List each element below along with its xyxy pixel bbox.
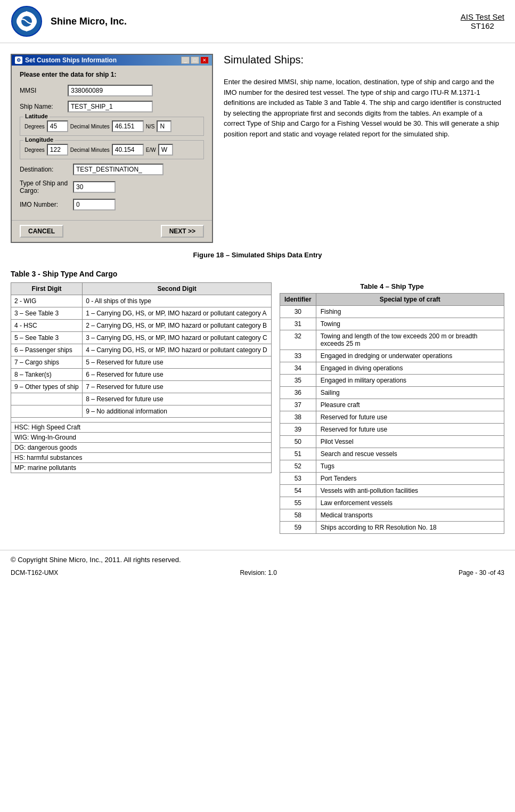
imo-input[interactable] [73, 199, 116, 210]
table-row: 9 – Other types of ship7 – Reserved for … [11, 381, 272, 393]
custom-ships-dialog: ⚙ Set Custom Ships Information _ □ ✕ Ple… [11, 54, 213, 243]
list-item: HS: harmful substances [11, 453, 272, 463]
lon-degrees-input[interactable] [47, 144, 68, 156]
page-header: Shine Micro, Inc. AIS Test Set ST162 [0, 0, 515, 43]
company-logo [11, 5, 43, 37]
t4-col1-header: Identifier [280, 294, 316, 306]
table-row: 2 - WIG0 - All ships of this type [11, 295, 272, 307]
table-row: 38Reserved for future use [280, 411, 504, 424]
table-row: 58Medical transports [280, 509, 504, 522]
next-button[interactable]: NEXT >> [161, 225, 204, 238]
table-row: 55Law enforcement vessels [280, 497, 504, 509]
table-row: 5 – See Table 33 – Carrying DG, HS, or M… [11, 332, 272, 344]
dialog-titlebar: ⚙ Set Custom Ships Information _ □ ✕ [12, 55, 212, 66]
footer-bottom: DCM-T162-UMX Revision: 1.0 Page - 30 -of… [11, 569, 504, 576]
t4-col2-header: Special type of craft [316, 294, 504, 306]
table-row: 32Towing and length of the tow exceeds 2… [280, 330, 504, 350]
lon-ew-input[interactable] [158, 144, 173, 156]
list-item: HSC: High Speed Craft [11, 423, 272, 433]
ship-type-row: Type of Ship and Cargo: [20, 180, 204, 194]
description-heading: Simulated Ships: [224, 54, 504, 66]
lon-decimal-label: Decimal Minutes [70, 147, 110, 153]
imo-label: IMO Number: [20, 201, 73, 208]
table-row: 31Towing [280, 318, 504, 330]
table-row: 8 – Reserved for future use [11, 393, 272, 405]
lat-degrees-input[interactable] [47, 120, 68, 132]
longitude-group: Longitude Degrees Decimal Minutes E/W [20, 140, 204, 159]
lat-decimal-label: Decimal Minutes [70, 124, 110, 129]
table-row: 50Pilot Vessel [280, 436, 504, 448]
latitude-group-label: Latitude [23, 113, 50, 119]
table-row: 8 – Tanker(s)6 – Reserved for future use [11, 369, 272, 381]
company-name: Shine Micro, Inc. [51, 16, 461, 27]
table-row: 35Engaged in military operations [280, 375, 504, 387]
mmsi-row: MMSI [20, 85, 204, 96]
dialog-icon: ⚙ [15, 56, 22, 64]
table3: First Digit Second Digit 2 - WIG0 - All … [11, 282, 272, 473]
t3-col1-header: First Digit [11, 283, 83, 295]
mmsi-label: MMSI [20, 87, 68, 94]
footer-page: Page - 30 -of 43 [459, 569, 504, 576]
lat-decimal-input[interactable] [112, 120, 144, 132]
ship-type-input[interactable] [73, 181, 116, 193]
table-row: 37Pleasure craft [280, 399, 504, 411]
lat-ns-label: N/S [146, 124, 155, 129]
ship-name-input[interactable] [68, 101, 153, 112]
table-row: 3 – See Table 31 – Carrying DG, HS, or M… [11, 307, 272, 320]
list-item: MP: marine pollutants [11, 463, 272, 473]
destination-label: Destination: [20, 166, 73, 173]
titlebar-buttons: _ □ ✕ [181, 56, 209, 64]
table-row: 4 - HSC2 – Carrying DG, HS, or MP, IMO h… [11, 320, 272, 332]
figure-caption: Figure 18 – Simulated Ships Data Entry [0, 251, 515, 259]
destination-row: Destination: [20, 164, 204, 175]
main-content: ⚙ Set Custom Ships Information _ □ ✕ Ple… [0, 43, 515, 243]
longitude-group-label: Longitude [23, 136, 55, 143]
table-row: 36Sailing [280, 387, 504, 399]
list-item: WIG: Wing-In-Ground [11, 433, 272, 443]
minimize-button[interactable]: _ [181, 56, 190, 64]
dialog-title-left: ⚙ Set Custom Ships Information [15, 56, 117, 64]
table-row: 33Engaged in dredging or underwater oper… [280, 350, 504, 362]
ship-name-label: Ship Name: [20, 103, 68, 110]
tables-row: First Digit Second Digit 2 - WIG0 - All … [11, 282, 504, 534]
table-row: 59Ships according to RR Resolution No. 1… [280, 522, 504, 534]
table-row: 30Fishing [280, 306, 504, 318]
destination-input[interactable] [73, 164, 164, 175]
lon-degrees-label: Degrees [24, 147, 45, 153]
list-item: DG: dangerous goods [11, 443, 272, 453]
page-footer: © Copyright Shine Micro, Inc., 2011. All… [0, 550, 515, 582]
table3-wrapper: First Digit Second Digit 2 - WIG0 - All … [11, 282, 272, 473]
lon-ew-label: E/W [146, 147, 156, 153]
dialog-footer: CANCEL NEXT >> [12, 220, 212, 242]
table-row: 6 – Passenger ships4 – Carrying DG, HS, … [11, 344, 272, 356]
t3-col2-header: Second Digit [83, 283, 272, 295]
close-button[interactable]: ✕ [200, 56, 209, 64]
table4-title: Table 4 – Ship Type [280, 282, 504, 290]
latitude-row: Degrees Decimal Minutes N/S [24, 120, 199, 132]
table-row: 54Vessels with anti-pollution facilities [280, 485, 504, 497]
dialog-title: Set Custom Ships Information [25, 56, 117, 64]
dialog-wrapper: ⚙ Set Custom Ships Information _ □ ✕ Ple… [11, 54, 213, 243]
table-row: 39Reserved for future use [280, 424, 504, 436]
table4-wrapper: Table 4 – Ship Type Identifier Special t… [280, 282, 504, 534]
footer-revision: Revision: 1.0 [240, 569, 276, 576]
imo-row: IMO Number: [20, 199, 204, 210]
lon-decimal-input[interactable] [112, 144, 144, 156]
longitude-row: Degrees Decimal Minutes E/W [24, 144, 199, 156]
lat-ns-input[interactable] [157, 120, 171, 132]
maximize-button[interactable]: □ [191, 56, 199, 64]
table-row: 34Engaged in diving operations [280, 362, 504, 375]
product-title: AIS Test Set [461, 12, 504, 21]
description-body: Enter the desired MMSI, ship name, locat… [224, 77, 504, 139]
lat-degrees-label: Degrees [24, 124, 45, 129]
mmsi-input[interactable] [68, 85, 153, 96]
table-row: 7 – Cargo ships5 – Reserved for future u… [11, 356, 272, 369]
cancel-button[interactable]: CANCEL [20, 225, 63, 238]
ship-name-row: Ship Name: [20, 101, 204, 112]
tables-section: Table 3 - Ship Type And Cargo First Digi… [0, 270, 515, 534]
footer-copyright: © Copyright Shine Micro, Inc., 2011. All… [11, 556, 504, 564]
dialog-heading: Please enter the data for ship 1: [20, 71, 204, 78]
table-row: 51Search and rescue vessels [280, 448, 504, 460]
ship-type-label: Type of Ship and Cargo: [20, 180, 73, 194]
table3-title: Table 3 - Ship Type And Cargo [11, 270, 504, 278]
